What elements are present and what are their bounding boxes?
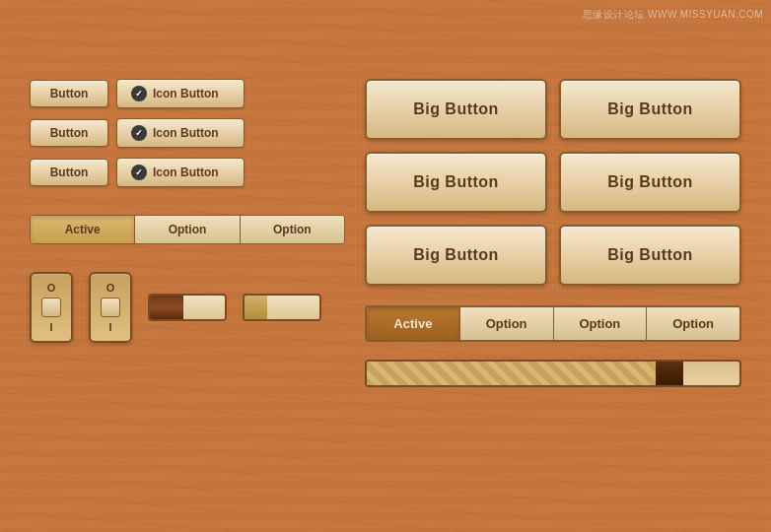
- icon-button-2-label: Icon Button: [153, 126, 219, 140]
- slider-2-fill: [245, 296, 267, 319]
- big-button-6[interactable]: Big Button: [559, 225, 741, 286]
- small-button-1[interactable]: Button: [30, 80, 108, 107]
- check-icon-1: [131, 86, 147, 101]
- toggle-2-indicator: [101, 298, 120, 317]
- slider-bar-2[interactable]: [243, 294, 321, 321]
- toggle-switch-1[interactable]: O I: [30, 272, 73, 343]
- icon-button-1[interactable]: Icon Button: [116, 79, 245, 108]
- tab-small-active[interactable]: Active: [31, 216, 135, 243]
- icon-button-3-label: Icon Button: [153, 166, 219, 179]
- tab-group-large: Active Option Option Option: [365, 305, 741, 342]
- btn-row-3: Button Icon Button: [30, 158, 345, 187]
- toggle-1-top-label: O: [47, 282, 56, 294]
- small-button-2[interactable]: Button: [30, 119, 108, 147]
- toggle-1-indicator: [41, 298, 61, 317]
- toggles-section: O I O I: [30, 272, 345, 343]
- icon-button-3[interactable]: Icon Button: [116, 158, 245, 187]
- slider-bar-1[interactable]: [148, 294, 227, 321]
- btn-row-2: Button Icon Button: [30, 118, 345, 148]
- btn-row-1: Button Icon Button: [30, 79, 345, 108]
- left-section: Button Icon Button Button Icon Button Bu…: [30, 79, 345, 343]
- tab-group-small: Active Option Option: [30, 215, 345, 244]
- tab-large-option-2[interactable]: Option: [554, 307, 648, 340]
- watermark: 思缘设计论坛 WWW.MISSYUAN.COM: [583, 8, 763, 22]
- check-icon-3: [131, 165, 147, 180]
- check-icon-2: [131, 125, 147, 141]
- icon-button-2[interactable]: Icon Button: [116, 118, 245, 148]
- slider-2-empty: [267, 296, 319, 319]
- toggle-2-top-label: O: [106, 282, 115, 294]
- small-button-3[interactable]: Button: [30, 159, 108, 186]
- small-buttons-group: Button Icon Button Button Icon Button Bu…: [30, 79, 345, 187]
- progress-bar-fill: [367, 362, 683, 385]
- big-button-3[interactable]: Big Button: [365, 152, 547, 213]
- slider-1-fill: [150, 296, 183, 319]
- tab-small-option-1[interactable]: Option: [135, 216, 240, 243]
- tab-small-option-2[interactable]: Option: [241, 216, 344, 243]
- toggle-1-bottom-label: I: [49, 321, 52, 333]
- right-section: Big Button Big Button Big Button Big But…: [365, 79, 741, 387]
- progress-bar-handle[interactable]: [656, 362, 683, 385]
- big-button-1[interactable]: Big Button: [365, 79, 547, 140]
- big-buttons-grid: Big Button Big Button Big Button Big But…: [365, 79, 741, 286]
- tab-large-option-1[interactable]: Option: [460, 307, 554, 340]
- tab-large-option-3[interactable]: Option: [647, 307, 739, 340]
- icon-button-1-label: Icon Button: [153, 87, 219, 100]
- big-button-5[interactable]: Big Button: [365, 225, 547, 286]
- toggle-switch-2[interactable]: O I: [89, 272, 132, 343]
- tab-large-active[interactable]: Active: [367, 307, 460, 340]
- big-button-4[interactable]: Big Button: [559, 152, 741, 213]
- toggle-2-bottom-label: I: [108, 321, 111, 333]
- slider-1-empty: [183, 296, 225, 319]
- progress-bar-container[interactable]: [365, 360, 741, 387]
- big-button-2[interactable]: Big Button: [559, 79, 741, 140]
